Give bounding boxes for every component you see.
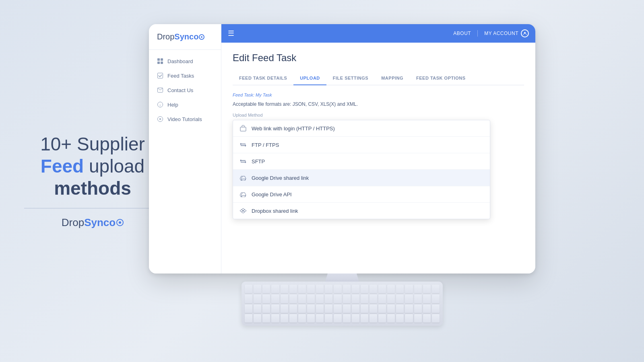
- cloud-icon-gdrive-api: [239, 191, 247, 198]
- keyboard-key: [281, 294, 288, 303]
- keyboard-key: [281, 304, 288, 313]
- keyboard-key: [423, 314, 431, 323]
- svg-rect-0: [157, 58, 160, 61]
- tab-feed-task-options[interactable]: FEED TASK OPTIONS: [410, 72, 472, 85]
- keyboard-key: [369, 314, 377, 323]
- dropdown-item-sftp[interactable]: SFTP: [233, 153, 490, 170]
- keyboard-key: [271, 304, 279, 313]
- keyboard-key: [334, 285, 341, 293]
- keyboard-key: [271, 314, 279, 323]
- keyboard-key: [254, 304, 261, 313]
- topbar-right: ABOUT MY ACCOUNT: [453, 29, 529, 37]
- keyboard-key: [432, 304, 440, 313]
- keyboard-key: [405, 304, 413, 313]
- dropdown-item-gdrive-shared[interactable]: Google Drive shared link: [233, 170, 490, 186]
- svg-marker-9: [160, 118, 162, 120]
- upload-method-dropdown[interactable]: Web link with login (HTTP / HTTPS): [233, 120, 490, 219]
- keyboard-key: [361, 314, 368, 323]
- keyboard-key: [325, 294, 332, 303]
- keyboard-key: [334, 314, 341, 323]
- cloud-icon-gdrive: [239, 174, 247, 181]
- tab-file-settings[interactable]: FILE SETTINGS: [326, 72, 375, 85]
- hamburger-icon[interactable]: ☰: [228, 29, 234, 38]
- tab-mapping[interactable]: MAPPING: [375, 72, 410, 85]
- keyboard-key: [325, 304, 332, 313]
- keyboard-key: [396, 314, 404, 323]
- keyboard-key: [378, 304, 386, 313]
- left-logo-synco: Sync: [84, 216, 109, 229]
- keyboard-key: [343, 304, 351, 313]
- keyboard-key: [298, 304, 306, 313]
- keyboard-key: [423, 304, 431, 313]
- monitor-wrapper: Drop Sync o Da: [149, 24, 535, 338]
- dropdown-item-gdrive-shared-label: Google Drive shared link: [252, 175, 309, 181]
- dropdown-item-ftp[interactable]: FTP / FTPS: [233, 137, 490, 153]
- keyboard-key: [271, 294, 279, 303]
- main-content: ☰ ABOUT MY ACCOUNT: [221, 24, 535, 274]
- dropdown-item-web-link-label: Web link with login (HTTP / HTTPS): [252, 125, 335, 132]
- sidebar-item-video-tutorials[interactable]: Video Tutorials: [149, 112, 221, 126]
- keyboard-key: [334, 294, 341, 303]
- mail-icon: [157, 87, 163, 93]
- topbar: ☰ ABOUT MY ACCOUNT: [221, 24, 535, 43]
- sidebar-item-feed-tasks[interactable]: Feed Tasks: [149, 68, 221, 83]
- headline-highlight: Feed: [41, 156, 84, 177]
- keyboard-key: [343, 294, 351, 303]
- keyboard-key: [334, 304, 341, 313]
- sidebar-item-help[interactable]: i Help: [149, 97, 221, 112]
- keyboard-key: [378, 294, 386, 303]
- keyboard-key: [271, 285, 279, 293]
- keyboard-key: [281, 314, 288, 323]
- keyboard-key: [289, 285, 297, 293]
- my-account-button[interactable]: MY ACCOUNT: [484, 29, 529, 37]
- keyboard-key: [254, 285, 261, 293]
- keyboard-key: [254, 314, 261, 323]
- keyboard-key: [378, 285, 386, 293]
- keyboard-key: [316, 304, 324, 313]
- keyboard-key: [432, 314, 440, 323]
- sidebar-item-contact-us[interactable]: Contact Us: [149, 83, 221, 97]
- svg-rect-11: [240, 127, 246, 131]
- svg-rect-3: [161, 62, 163, 64]
- keyboard-key: [423, 285, 431, 293]
- sidebar-item-dashboard[interactable]: Dashboard: [149, 54, 221, 68]
- keyboard-key: [387, 304, 395, 313]
- upload-method-label: Upload Method: [233, 113, 524, 117]
- keyboard-key: [396, 304, 404, 313]
- keyboard-key: [396, 294, 404, 303]
- keyboard-key: [245, 285, 252, 293]
- tab-feed-task-details[interactable]: FEED TASK DETAILS: [233, 72, 293, 85]
- keyboard-key: [325, 314, 332, 323]
- keyboard: // Generate keyboard keys const kb = doc…: [242, 282, 443, 326]
- dropdown-item-sftp-label: SFTP: [252, 158, 265, 165]
- left-logo-icon: [116, 219, 124, 226]
- keyboard-key: [432, 285, 440, 293]
- tab-upload[interactable]: UPLOAD: [293, 72, 326, 85]
- keyboard-key: [396, 285, 404, 293]
- dropdown-item-dropbox[interactable]: Dropbox shared link: [233, 203, 490, 219]
- about-link[interactable]: ABOUT: [453, 31, 471, 36]
- keyboard-key: [352, 294, 359, 303]
- keyboard-key: [387, 294, 395, 303]
- left-logo-drop: Drop: [62, 216, 84, 229]
- keyboard-key: [361, 304, 368, 313]
- keyboard-key: [361, 285, 368, 293]
- arrows-icon-sftp: [239, 158, 247, 165]
- keyboard-key: [262, 304, 270, 313]
- dropdown-item-web-link[interactable]: Web link with login (HTTP / HTTPS): [233, 120, 490, 137]
- keyboard-key: [369, 285, 377, 293]
- keyboard-key: [405, 314, 413, 323]
- feed-tasks-label: Feed Tasks: [167, 73, 194, 79]
- help-label: Help: [167, 102, 178, 108]
- contact-us-label: Contact Us: [167, 87, 193, 93]
- headline-line2: upload: [89, 156, 144, 177]
- sidebar-logo: Drop Sync o: [149, 32, 221, 49]
- keyboard-key: [414, 314, 422, 323]
- dropdown-item-gdrive-api[interactable]: Google Drive API: [233, 186, 490, 203]
- dashboard-label: Dashboard: [167, 58, 193, 64]
- keyboard-key: [414, 304, 422, 313]
- sidebar-divider: [149, 49, 221, 50]
- page-title: Edit Feed Task: [233, 52, 524, 64]
- file-formats-text: Acceptable file formats are: JSON, CSV, …: [233, 101, 524, 107]
- keyboard-key: [316, 294, 324, 303]
